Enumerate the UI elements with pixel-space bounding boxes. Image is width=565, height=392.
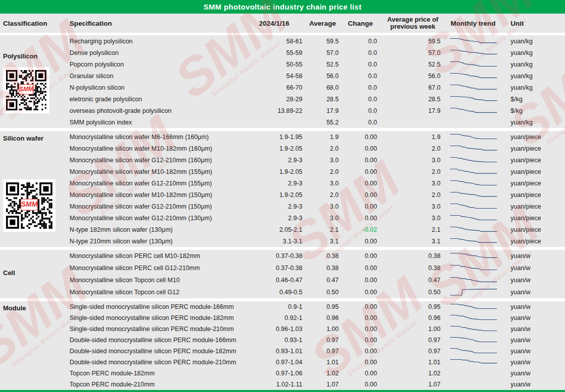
change-cell: 0.00 bbox=[341, 289, 380, 296]
price-table-body: PolysiliconSMMRecharging polysilicon58-6… bbox=[0, 35, 565, 390]
classification-cell: Silicon waferSMM bbox=[0, 131, 66, 247]
price-range-cell: 58-61 bbox=[244, 38, 304, 45]
monthly-trend-sparkline bbox=[446, 263, 504, 273]
average-cell: 52.5 bbox=[304, 61, 341, 68]
table-row: Monocrystalline silicon PERC cell G12-21… bbox=[66, 262, 565, 274]
specification-cell: Monocrystalline silicon wafer G12-210mm … bbox=[66, 203, 244, 210]
classification-label: Polysilicon bbox=[3, 52, 38, 60]
monthly-trend-sparkline bbox=[446, 132, 504, 142]
average-cell: 17.9 bbox=[304, 107, 341, 114]
specification-cell: Monocrystalline silicon wafer M10-182mm … bbox=[66, 145, 244, 152]
monthly-trend-sparkline bbox=[446, 83, 504, 93]
specification-cell: Single-sided monocrystalline silicon PER… bbox=[66, 325, 244, 333]
change-cell: 0.00 bbox=[341, 348, 380, 355]
section-rows: Single-sided monocrystalline silicon PER… bbox=[66, 301, 565, 390]
specification-cell: Monocrystalline silicon wafer M10-182mm … bbox=[66, 168, 244, 175]
change-cell: 0.00 bbox=[341, 215, 380, 222]
unit-cell: yuan/piece bbox=[504, 203, 565, 210]
prev-week-average-cell: 0.38 bbox=[380, 265, 446, 272]
table-row: Monocrystalline silicon wafer M10-182mm … bbox=[66, 189, 565, 201]
table-row: Monocrystalline silicon PERC cell M10-18… bbox=[66, 250, 565, 262]
specification-cell: Single-sided monocrystalline silicon PER… bbox=[66, 303, 244, 310]
table-row: Single-sided monocrystalline silicon PER… bbox=[66, 301, 565, 312]
price-range-cell: 13.89-22 bbox=[244, 107, 304, 114]
price-range-cell: 0.37-0.38 bbox=[244, 265, 304, 272]
table-row: Dense polysilicon55-5957.00.057.0yuan/kg bbox=[66, 47, 565, 58]
monthly-trend-sparkline bbox=[446, 313, 504, 323]
table-row: Single-sided monocrystalline silicon PER… bbox=[66, 312, 565, 323]
change-cell: -0.02 bbox=[341, 226, 380, 233]
page-title: SMM photovoltaic industry chain price li… bbox=[0, 0, 565, 14]
change-cell: 0.00 bbox=[341, 359, 380, 366]
column-header-prev-week: Average price of previous week bbox=[380, 16, 446, 31]
average-cell: 0.50 bbox=[304, 289, 341, 296]
unit-cell: yuan/w bbox=[504, 370, 565, 377]
change-cell: 0.0 bbox=[341, 84, 380, 91]
prev-week-average-cell: 56.0 bbox=[380, 73, 446, 80]
classification-label: Cell bbox=[3, 269, 15, 277]
monthly-trend-sparkline bbox=[446, 335, 504, 345]
prev-week-average-cell: 0.50 bbox=[380, 289, 446, 296]
specification-cell: Monocrystalline silicon PERC cell M10-18… bbox=[66, 252, 244, 259]
average-cell: 2.0 bbox=[304, 168, 341, 175]
price-range-cell: 3.1-3.1 bbox=[244, 238, 304, 245]
specification-cell: Single-sided monocrystalline silicon PER… bbox=[66, 314, 244, 321]
average-cell: 3.0 bbox=[304, 203, 341, 210]
price-range-cell: 1.9-2.05 bbox=[244, 191, 304, 199]
change-cell: 0.00 bbox=[341, 303, 380, 310]
monthly-trend-sparkline bbox=[446, 106, 504, 116]
specification-cell: Double-sided monocrystalline silicon PER… bbox=[66, 348, 244, 355]
prev-week-average-cell: 17.9 bbox=[380, 107, 446, 114]
column-header-classification: Classification bbox=[0, 20, 66, 27]
average-cell: 1.9 bbox=[304, 134, 341, 141]
specification-cell: Monocrystalline silicon Topcon cell M10 bbox=[66, 277, 244, 284]
column-header-date: 2024/1/16 bbox=[244, 20, 304, 27]
change-cell: 0.00 bbox=[341, 252, 380, 259]
prev-week-average-cell: 1.07 bbox=[380, 381, 446, 388]
price-range-cell: 0.92-1 bbox=[244, 314, 304, 321]
average-cell: 0.95 bbox=[304, 303, 341, 310]
change-cell: 0.00 bbox=[341, 277, 380, 284]
classification-cell: Cell bbox=[0, 250, 66, 298]
change-cell: 0.00 bbox=[341, 314, 380, 321]
price-range-cell: 28-29 bbox=[244, 96, 304, 103]
unit-cell: yuan/w bbox=[504, 381, 565, 388]
monthly-trend-sparkline bbox=[446, 36, 504, 46]
average-cell: 3.1 bbox=[304, 238, 341, 245]
price-range-cell: 1.9-1.95 bbox=[244, 134, 304, 141]
change-cell: 0.00 bbox=[341, 238, 380, 245]
change-cell: 0.0 bbox=[341, 38, 380, 45]
specification-cell: N-type 210mm silicon wafer (130μm) bbox=[66, 238, 244, 245]
change-cell: 0.00 bbox=[341, 180, 380, 187]
average-cell: 3.0 bbox=[304, 180, 341, 187]
change-cell: 0.0 bbox=[341, 49, 380, 56]
table-row: N-polysilicon silicon66-7068.00.067.0yua… bbox=[66, 82, 565, 93]
specification-cell: Monocrystalline silicon wafer M10-182mm … bbox=[66, 191, 244, 199]
table-row: N-type 210mm silicon wafer (130μm)3.1-3.… bbox=[66, 235, 565, 247]
average-cell: 0.47 bbox=[304, 277, 341, 284]
unit-cell: yuan/piece bbox=[504, 157, 565, 164]
classification-label: Module bbox=[3, 304, 26, 312]
change-cell: 0.00 bbox=[341, 168, 380, 175]
prev-week-average-cell: 0.95 bbox=[380, 303, 446, 310]
price-range-cell: 55-59 bbox=[244, 49, 304, 56]
change-cell: 0.00 bbox=[341, 265, 380, 272]
unit-cell: yuan/kg bbox=[504, 119, 565, 126]
bottom-divider bbox=[0, 390, 565, 392]
unit-cell: yuan/piece bbox=[504, 145, 565, 152]
monthly-trend-sparkline bbox=[446, 155, 504, 165]
specification-cell: Monocrystalline silicon wafer G12-210mm … bbox=[66, 157, 244, 164]
prev-week-average-cell: 2.1 bbox=[380, 226, 446, 233]
prev-week-average-cell: 2.0 bbox=[380, 168, 446, 175]
price-range-cell: 0.37-0.38 bbox=[244, 252, 304, 259]
monthly-trend-sparkline bbox=[446, 167, 504, 177]
prev-week-average-cell: 0.97 bbox=[380, 348, 446, 355]
table-row: Popcorn polysilicon50-5552.50.052.5yuan/… bbox=[66, 58, 565, 70]
table-row: Single-sided monocrystalline silicon PER… bbox=[66, 323, 565, 335]
specification-cell: Dense polysilicon bbox=[66, 49, 244, 56]
unit-cell: yuan/w bbox=[504, 289, 565, 296]
change-cell: 0.00 bbox=[341, 157, 380, 164]
prev-week-average-cell: 0.97 bbox=[380, 337, 446, 344]
column-header-unit: Unit bbox=[504, 20, 565, 27]
average-cell: 0.38 bbox=[304, 265, 341, 272]
